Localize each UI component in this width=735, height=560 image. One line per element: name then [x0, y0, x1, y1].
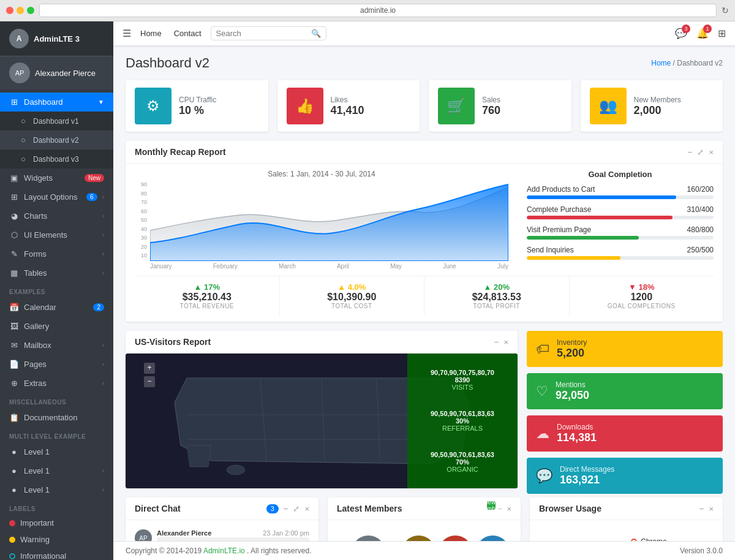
sidebar-item-label: Dashboard v1 [33, 117, 104, 126]
breadcrumb-home[interactable]: Home [651, 59, 671, 67]
sidebar-user: AP Alexander Pierce [0, 56, 113, 89]
tag-icon: 🏷 [536, 341, 549, 357]
close-button[interactable]: × [304, 504, 309, 513]
sidebar-item-label: Dashboard v2 [33, 136, 104, 145]
pages-icon: 📄 [9, 360, 19, 369]
sidebar-item-ui-elements[interactable]: ⬡ UI Elements ‹ [0, 225, 113, 244]
card-body: 👤 Alexander Pierce Today 👤 Norman Yester… [328, 520, 521, 541]
member-avatar: 👤 [352, 535, 385, 541]
map-stats: 90,70,90,70,75,80,70 8390 VISITS 90,50,9… [407, 354, 518, 488]
sidebar-item-charts[interactable]: ◕ Charts ‹ [0, 206, 113, 225]
sidebar-item-level1-b[interactable]: ● Level 1 ‹ [0, 461, 113, 480]
chevron-icon: ‹ [102, 251, 104, 257]
refresh-button[interactable]: ↻ [722, 6, 729, 15]
chat-message-0: AP Alexander Pierce 23 Jan 2:00 pm Is th… [135, 529, 309, 541]
user-name: Alexander Pierce [35, 69, 96, 78]
sidebar-item-layout-options[interactable]: ⊞ Layout Options 6 ‹ [0, 187, 113, 206]
label-informational[interactable]: Informational [0, 548, 113, 560]
sidebar-item-pages[interactable]: 📄 Pages ‹ [0, 355, 113, 374]
card-label: Inventory [557, 338, 714, 347]
stat-revenue: ▲ 17% $35,210.43 TOTAL REVENUE [135, 276, 280, 316]
page-title: Dashboard v2 [126, 55, 209, 71]
messages-button[interactable]: 💬 3 [675, 28, 687, 39]
sidebar-item-widgets[interactable]: ▣ Widgets New [0, 168, 113, 187]
sidebar-item-dashboard-v3[interactable]: ○ Dashboard v3 [0, 149, 113, 168]
url-bar[interactable]: adminlte.io [39, 4, 717, 17]
chat-icon: 💬 [536, 468, 552, 484]
search-input[interactable] [216, 29, 308, 38]
minimize-button[interactable]: − [494, 338, 499, 347]
examples-section: EXAMPLES [0, 282, 113, 298]
goal-value: 480/800 [687, 225, 714, 234]
close-button[interactable]: × [507, 504, 511, 513]
sidebar-item-dashboard-v2[interactable]: ○ Dashboard v2 [0, 131, 113, 149]
info-box-content: Sales 760 [482, 96, 562, 117]
expand-button[interactable]: ⤢ [293, 504, 300, 513]
goal-value: 160/200 [687, 185, 714, 194]
count-badge: 2 [93, 303, 104, 311]
label-important[interactable]: Important [0, 515, 113, 531]
progress-fill [527, 256, 620, 260]
card-body: Sales: 1 Jan, 2014 - 30 Jul, 2014 908070… [126, 164, 723, 322]
sidebar-item-calendar[interactable]: 📅 Calendar 2 [0, 298, 113, 317]
sidebar-item-dashboard[interactable]: ⊞ Dashboard ▼ [0, 93, 113, 112]
card-label: Direct Messages [560, 465, 714, 474]
info-box-likes: 👍 Likes 41,410 [277, 80, 420, 132]
member-avatar: 👩 [439, 535, 472, 541]
progress-bar [527, 216, 714, 219]
close-button[interactable]: × [709, 504, 714, 513]
chat-content: Alexander Pierce 23 Jan 2:00 pm Is this … [157, 529, 309, 541]
multi-section: MULTI LEVEL EXAMPLE [0, 427, 113, 442]
nav-link-contact[interactable]: Contact [174, 29, 202, 38]
chat-avatar: AP [135, 529, 152, 541]
footer-brand-link[interactable]: AdminLTE.io [203, 547, 245, 555]
stat-profit: ▲ 20% $24,813.53 TOTAL PROFIT [424, 276, 570, 316]
label-warning[interactable]: Warning [0, 531, 113, 548]
stat-sub: 30% [413, 417, 511, 425]
labels-section: LABELS [0, 499, 113, 515]
chart-main: Sales: 1 Jan, 2014 - 30 Jul, 2014 908070… [135, 170, 508, 270]
members-icon: 👥 [590, 88, 627, 124]
download-icon: ☁ [536, 426, 549, 442]
monthly-recap-card: Monthly Recap Report − ⤢ × Sales: 1 Jan,… [126, 141, 723, 322]
dot-green [27, 7, 34, 14]
circle-icon: ○ [18, 116, 28, 126]
close-button[interactable]: × [709, 148, 714, 157]
sidebar-item-documentation[interactable]: 📋 Documentation [0, 408, 113, 427]
browser-dots [6, 7, 34, 14]
chart-area: 908070605040302010 [135, 181, 508, 270]
sidebar: A AdminLTE 3 AP Alexander Pierce ⊞ Dashb… [0, 21, 113, 560]
sidebar-item-extras[interactable]: ⊕ Extras ‹ [0, 374, 113, 393]
minimize-button[interactable]: − [688, 148, 693, 157]
goal-completion: Goal Completion Add Products to Cart 160… [518, 170, 714, 270]
goal-value: 310/400 [687, 205, 714, 214]
sidebar-item-label: Charts [24, 211, 97, 221]
info-box-label: CPU Traffic [179, 96, 259, 104]
stat-label: VISITS [413, 384, 511, 391]
widgets-icon: ▣ [9, 173, 19, 183]
progress-fill [527, 195, 676, 199]
progress-bar [527, 256, 714, 260]
sidebar-item-mailbox[interactable]: ✉ Mailbox ‹ [0, 336, 113, 355]
latest-members-card: Latest Members 8 New Members − × 👤 Alexa… [328, 498, 521, 541]
apps-button[interactable]: ⊞ [718, 28, 726, 39]
goal-name: Complete Purchase [527, 205, 591, 214]
close-button[interactable]: × [503, 338, 508, 347]
minimize-button[interactable]: − [284, 504, 288, 513]
menu-toggle[interactable]: ☰ [123, 28, 131, 39]
nav-link-home[interactable]: Home [140, 29, 162, 38]
card-tools: − × [494, 338, 508, 347]
sidebar-item-dashboard-v1[interactable]: ○ Dashboard v1 [0, 112, 113, 131]
sidebar-item-tables[interactable]: ▦ Tables ‹ [0, 263, 113, 282]
sidebar-item-level1-a[interactable]: ● Level 1 [0, 442, 113, 461]
notifications-button[interactable]: 🔔 1 [696, 28, 709, 39]
sidebar-item-forms[interactable]: ✎ Forms ‹ [0, 244, 113, 263]
sidebar-item-level1-c[interactable]: ● Level 1 ‹ [0, 480, 113, 499]
expand-button[interactable]: ⤢ [697, 148, 704, 157]
mentions-card: ♡ Mentions 92,050 [527, 373, 723, 409]
minimize-button[interactable]: − [699, 504, 704, 513]
footer: Copyright © 2014-2019 AdminLTE.io . All … [113, 541, 735, 560]
stat-goals: ▼ 18% 1200 GOAL COMPLETIONS [570, 276, 714, 316]
sidebar-item-gallery[interactable]: 🖼 Gallery [0, 317, 113, 336]
card-header: Browser Usage − × [530, 498, 723, 520]
